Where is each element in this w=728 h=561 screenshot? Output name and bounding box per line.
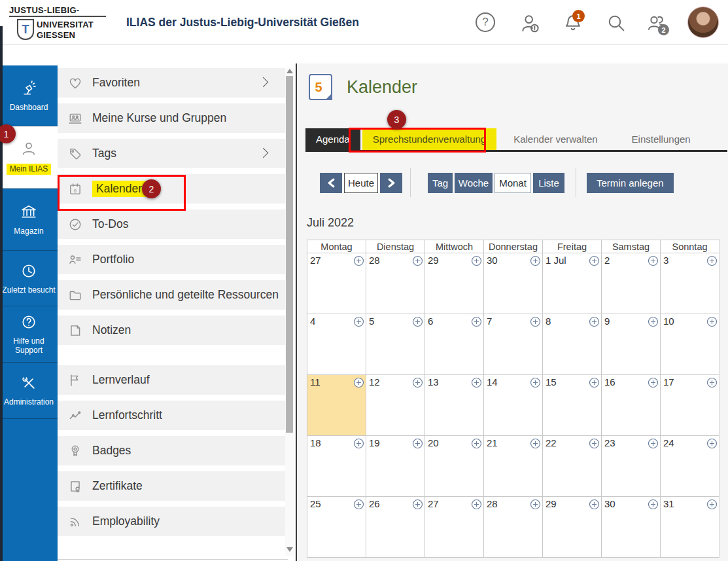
day-cell[interactable]: 10 — [661, 314, 719, 375]
sidebar-item-zuletzt-besucht[interactable]: Zuletzt besucht — [0, 251, 58, 306]
menu-item-todos[interactable]: To-Dos — [58, 209, 285, 239]
add-appointment-icon[interactable] — [471, 316, 482, 327]
add-appointment-icon[interactable] — [589, 316, 600, 327]
menu-item-tags[interactable]: Tags — [58, 139, 285, 168]
add-appointment-icon[interactable] — [412, 316, 423, 327]
add-appointment-icon[interactable] — [412, 377, 423, 388]
scrollbar-thumb[interactable] — [286, 76, 293, 433]
add-appointment-icon[interactable] — [471, 255, 482, 266]
add-appointment-icon[interactable] — [530, 377, 541, 388]
add-appointment-icon[interactable] — [353, 499, 364, 510]
menu-item-kalender[interactable]: 6 Kalender — [58, 174, 285, 204]
tab-sprechstundenverwaltung[interactable]: Sprechstundenverwaltung — [362, 128, 496, 150]
menu-item-employability[interactable]: Employability — [58, 507, 285, 536]
day-cell[interactable]: 30 — [602, 497, 661, 558]
day-cell[interactable]: 6 — [425, 314, 484, 375]
sidebar-item-dashboard[interactable]: Dashboard — [0, 65, 58, 126]
day-cell[interactable]: 27 — [425, 497, 484, 558]
awareness-user-icon[interactable] — [519, 12, 540, 33]
scroll-down-icon[interactable] — [286, 547, 293, 552]
day-cell[interactable]: 20 — [425, 436, 484, 497]
scroll-up-icon[interactable] — [286, 69, 293, 73]
day-cell[interactable]: 21 — [484, 436, 543, 497]
add-appointment-icon[interactable] — [471, 438, 482, 449]
search-icon[interactable] — [606, 12, 627, 33]
day-cell[interactable]: 16 — [602, 375, 661, 436]
add-appointment-icon[interactable] — [353, 377, 364, 388]
day-cell[interactable]: 9 — [602, 314, 661, 375]
add-appointment-icon[interactable] — [589, 499, 600, 510]
add-appointment-icon[interactable] — [353, 438, 364, 449]
day-cell[interactable]: 23 — [602, 436, 661, 497]
add-appointment-icon[interactable] — [471, 499, 482, 510]
help-icon[interactable]: ? — [476, 12, 496, 33]
add-appointment-icon[interactable] — [706, 255, 718, 266]
today-button[interactable]: Heute — [344, 173, 378, 193]
view-woche-button[interactable]: Woche — [455, 173, 493, 193]
add-appointment-icon[interactable] — [648, 377, 659, 388]
menu-item-lernverlauf[interactable]: Lernverlauf — [58, 365, 285, 395]
add-appointment-icon[interactable] — [412, 438, 423, 449]
day-cell[interactable]: 28 — [484, 497, 543, 558]
sidebar-item-magazin[interactable]: Magazin — [0, 189, 58, 251]
view-liste-button[interactable]: Liste — [533, 173, 564, 193]
add-appointment-icon[interactable] — [648, 316, 659, 327]
day-cell[interactable]: 1 Jul — [543, 253, 602, 314]
add-appointment-icon[interactable] — [648, 255, 659, 266]
add-appointment-icon[interactable] — [706, 377, 718, 388]
contacts-icon[interactable]: 2 — [646, 12, 667, 33]
menu-item-badges[interactable]: Badges — [58, 436, 285, 465]
day-cell[interactable]: 27 — [307, 253, 366, 314]
menu-scrollbar[interactable] — [285, 68, 294, 556]
add-appointment-icon[interactable] — [412, 499, 423, 510]
day-cell[interactable]: 30 — [484, 253, 543, 314]
tab-kalender-verwalten[interactable]: Kalender verwalten — [503, 128, 608, 150]
add-appointment-icon[interactable] — [530, 255, 541, 266]
day-cell[interactable]: 4 — [307, 314, 366, 375]
day-cell[interactable]: 26 — [366, 497, 425, 558]
add-appointment-icon[interactable] — [589, 438, 600, 449]
day-cell[interactable]: 29 — [543, 497, 602, 558]
menu-item-notizen[interactable]: Notizen — [58, 316, 285, 345]
day-cell[interactable]: 25 — [307, 497, 366, 558]
add-appointment-icon[interactable] — [353, 255, 364, 266]
day-cell[interactable]: 8 — [543, 314, 602, 375]
day-cell[interactable]: 22 — [543, 436, 602, 497]
day-cell[interactable]: 29 — [425, 253, 484, 314]
view-monat-button[interactable]: Monat — [494, 173, 531, 193]
day-cell[interactable]: 17 — [661, 375, 719, 436]
menu-item-ressourcen[interactable]: Persönliche und geteilte Ressourcen — [58, 280, 285, 310]
add-appointment-icon[interactable] — [589, 377, 600, 388]
day-cell[interactable]: 7 — [484, 314, 543, 375]
add-appointment-icon[interactable] — [353, 316, 364, 327]
day-cell[interactable]: 19 — [366, 436, 425, 497]
add-appointment-icon[interactable] — [412, 255, 423, 266]
user-avatar[interactable] — [687, 7, 719, 38]
day-cell[interactable]: 5 — [366, 314, 425, 375]
day-cell[interactable]: 12 — [366, 375, 425, 436]
next-month-button[interactable] — [380, 173, 402, 193]
tab-agenda[interactable]: Agenda — [305, 128, 360, 150]
day-cell[interactable]: 15 — [543, 375, 602, 436]
day-cell[interactable]: 11 — [307, 375, 366, 436]
day-cell[interactable]: 28 — [366, 253, 425, 314]
day-cell[interactable]: 24 — [661, 436, 719, 497]
previous-month-button[interactable] — [320, 173, 342, 193]
add-appointment-icon[interactable] — [589, 255, 600, 266]
add-appointment-icon[interactable] — [706, 316, 718, 327]
add-appointment-icon[interactable] — [706, 438, 718, 449]
tab-einstellungen[interactable]: Einstellungen — [621, 128, 701, 150]
university-logo[interactable]: JUSTUS-LIEBIG- T UNIVERSITAT GIESSEN — [9, 5, 114, 41]
menu-item-meine-kurse[interactable]: Meine Kurse und Gruppen — [58, 103, 285, 133]
add-appointment-icon[interactable] — [530, 316, 541, 327]
add-appointment-icon[interactable] — [648, 438, 659, 449]
menu-item-zertifikate[interactable]: Zertifikate — [58, 471, 285, 501]
day-cell[interactable]: 18 — [307, 436, 366, 497]
menu-item-lernfortschritt[interactable]: Lernfortschritt — [58, 401, 285, 430]
add-appointment-icon[interactable] — [648, 499, 659, 510]
add-appointment-icon[interactable] — [530, 438, 541, 449]
menu-item-favoriten[interactable]: Favoriten — [58, 68, 285, 98]
day-cell[interactable]: 31 — [661, 497, 719, 558]
day-cell[interactable]: 2 — [602, 253, 661, 314]
sidebar-item-hilfe-support[interactable]: Hilfe und Support — [0, 306, 58, 363]
